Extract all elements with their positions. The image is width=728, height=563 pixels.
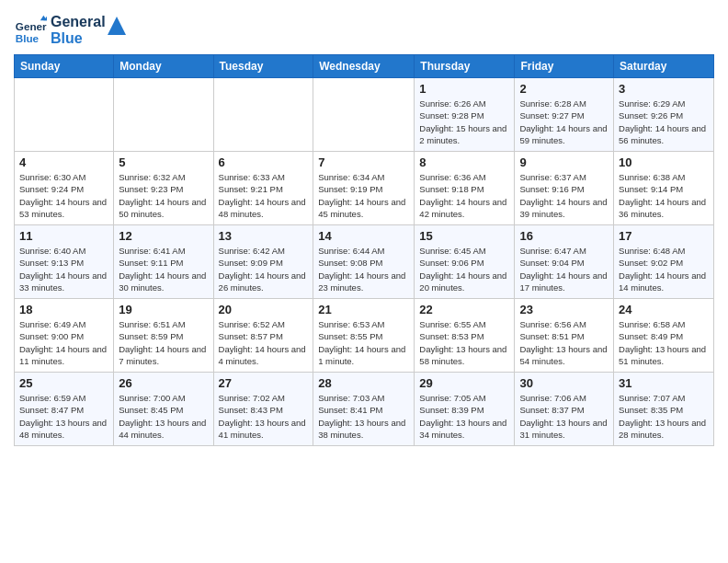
cell-day-number: 10 <box>619 155 709 169</box>
cell-day-number: 29 <box>419 376 509 390</box>
cell-sun-info: Sunrise: 6:38 AMSunset: 9:14 PMDaylight:… <box>619 171 709 220</box>
calendar-cell: 31Sunrise: 7:07 AMSunset: 8:35 PMDayligh… <box>614 373 714 446</box>
cell-day-number: 25 <box>19 376 108 390</box>
cell-day-number: 6 <box>219 155 309 169</box>
svg-text:General: General <box>16 20 47 32</box>
cell-day-number: 24 <box>619 303 709 316</box>
calendar-cell: 12Sunrise: 6:41 AMSunset: 9:11 PMDayligh… <box>114 225 213 299</box>
logo-icon: General Blue <box>14 14 47 47</box>
calendar-cell <box>15 78 114 152</box>
calendar-cell: 6Sunrise: 6:33 AMSunset: 9:21 PMDaylight… <box>213 152 313 225</box>
calendar-cell: 15Sunrise: 6:45 AMSunset: 9:06 PMDayligh… <box>415 225 515 299</box>
logo-text-general: General <box>51 14 106 30</box>
cell-day-number: 21 <box>318 303 409 316</box>
cell-day-number: 3 <box>619 82 709 96</box>
cell-day-number: 22 <box>419 303 509 316</box>
cell-sun-info: Sunrise: 6:51 AMSunset: 8:59 PMDaylight:… <box>119 318 208 367</box>
cell-day-number: 8 <box>419 155 509 169</box>
cell-day-number: 14 <box>318 229 409 243</box>
cell-day-number: 17 <box>619 229 709 243</box>
cell-sun-info: Sunrise: 6:42 AMSunset: 9:09 PMDaylight:… <box>219 245 309 293</box>
cell-sun-info: Sunrise: 6:52 AMSunset: 8:57 PMDaylight:… <box>219 318 309 367</box>
cell-day-number: 4 <box>19 155 108 169</box>
cell-sun-info: Sunrise: 6:48 AMSunset: 9:02 PMDaylight:… <box>619 245 709 293</box>
cell-day-number: 13 <box>219 229 309 243</box>
calendar-cell: 17Sunrise: 6:48 AMSunset: 9:02 PMDayligh… <box>614 225 714 299</box>
cell-sun-info: Sunrise: 6:58 AMSunset: 8:49 PMDaylight:… <box>619 318 709 367</box>
cell-sun-info: Sunrise: 6:53 AMSunset: 8:55 PMDaylight:… <box>318 318 409 367</box>
cell-sun-info: Sunrise: 6:26 AMSunset: 9:28 PMDaylight:… <box>419 98 509 146</box>
calendar-cell: 21Sunrise: 6:53 AMSunset: 8:55 PMDayligh… <box>313 299 415 373</box>
calendar-cell <box>114 78 213 152</box>
cell-sun-info: Sunrise: 6:32 AMSunset: 9:23 PMDaylight:… <box>119 171 208 220</box>
calendar-cell: 26Sunrise: 7:00 AMSunset: 8:45 PMDayligh… <box>114 373 213 446</box>
calendar-cell: 4Sunrise: 6:30 AMSunset: 9:24 PMDaylight… <box>15 152 114 225</box>
cell-sun-info: Sunrise: 6:47 AMSunset: 9:04 PMDaylight:… <box>519 245 609 293</box>
calendar-cell: 16Sunrise: 6:47 AMSunset: 9:04 PMDayligh… <box>515 225 614 299</box>
calendar-cell: 13Sunrise: 6:42 AMSunset: 9:09 PMDayligh… <box>213 225 313 299</box>
cell-sun-info: Sunrise: 6:36 AMSunset: 9:18 PMDaylight:… <box>419 171 509 220</box>
calendar-table: SundayMondayTuesdayWednesdayThursdayFrid… <box>14 54 714 446</box>
cell-day-number: 23 <box>519 303 609 316</box>
calendar-cell: 20Sunrise: 6:52 AMSunset: 8:57 PMDayligh… <box>213 299 313 373</box>
cell-sun-info: Sunrise: 6:40 AMSunset: 9:13 PMDaylight:… <box>19 245 108 293</box>
calendar-cell: 11Sunrise: 6:40 AMSunset: 9:13 PMDayligh… <box>15 225 114 299</box>
calendar-cell: 22Sunrise: 6:55 AMSunset: 8:53 PMDayligh… <box>415 299 515 373</box>
calendar-week-row: 1Sunrise: 6:26 AMSunset: 9:28 PMDaylight… <box>15 78 714 152</box>
cell-sun-info: Sunrise: 6:44 AMSunset: 9:08 PMDaylight:… <box>318 245 409 293</box>
cell-day-number: 20 <box>219 303 309 316</box>
cell-sun-info: Sunrise: 7:03 AMSunset: 8:41 PMDaylight:… <box>318 392 409 441</box>
calendar-page: General Blue General Blue SundayMondayTu… <box>0 0 728 460</box>
cell-sun-info: Sunrise: 6:55 AMSunset: 8:53 PMDaylight:… <box>419 318 509 367</box>
cell-sun-info: Sunrise: 6:45 AMSunset: 9:06 PMDaylight:… <box>419 245 509 293</box>
cell-day-number: 15 <box>419 229 509 243</box>
calendar-cell: 18Sunrise: 6:49 AMSunset: 9:00 PMDayligh… <box>15 299 114 373</box>
calendar-header-row: SundayMondayTuesdayWednesdayThursdayFrid… <box>15 55 714 78</box>
cell-sun-info: Sunrise: 6:33 AMSunset: 9:21 PMDaylight:… <box>219 171 309 220</box>
calendar-cell: 10Sunrise: 6:38 AMSunset: 9:14 PMDayligh… <box>614 152 714 225</box>
cell-day-number: 26 <box>119 376 208 390</box>
calendar-cell: 30Sunrise: 7:06 AMSunset: 8:37 PMDayligh… <box>515 373 614 446</box>
svg-marker-4 <box>108 17 126 35</box>
cell-day-number: 16 <box>519 229 609 243</box>
calendar-week-row: 25Sunrise: 6:59 AMSunset: 8:47 PMDayligh… <box>15 373 714 446</box>
cell-day-number: 9 <box>519 155 609 169</box>
calendar-cell: 28Sunrise: 7:03 AMSunset: 8:41 PMDayligh… <box>313 373 415 446</box>
logo-triangle <box>108 17 126 35</box>
page-header: General Blue General Blue <box>14 9 714 47</box>
cell-day-number: 1 <box>419 82 509 96</box>
logo: General Blue General Blue <box>14 14 126 47</box>
column-header-thursday: Thursday <box>415 55 515 78</box>
cell-day-number: 11 <box>19 229 108 243</box>
column-header-tuesday: Tuesday <box>213 55 313 78</box>
cell-sun-info: Sunrise: 7:07 AMSunset: 8:35 PMDaylight:… <box>619 392 709 441</box>
cell-sun-info: Sunrise: 7:02 AMSunset: 8:43 PMDaylight:… <box>219 392 309 441</box>
cell-day-number: 5 <box>119 155 208 169</box>
cell-sun-info: Sunrise: 7:00 AMSunset: 8:45 PMDaylight:… <box>119 392 208 441</box>
cell-sun-info: Sunrise: 6:30 AMSunset: 9:24 PMDaylight:… <box>19 171 108 220</box>
column-header-wednesday: Wednesday <box>313 55 415 78</box>
cell-day-number: 30 <box>519 376 609 390</box>
calendar-cell: 2Sunrise: 6:28 AMSunset: 9:27 PMDaylight… <box>515 78 614 152</box>
cell-sun-info: Sunrise: 6:56 AMSunset: 8:51 PMDaylight:… <box>519 318 609 367</box>
cell-day-number: 31 <box>619 376 709 390</box>
calendar-cell: 23Sunrise: 6:56 AMSunset: 8:51 PMDayligh… <box>515 299 614 373</box>
cell-day-number: 18 <box>19 303 108 316</box>
cell-sun-info: Sunrise: 7:05 AMSunset: 8:39 PMDaylight:… <box>419 392 509 441</box>
calendar-cell: 29Sunrise: 7:05 AMSunset: 8:39 PMDayligh… <box>415 373 515 446</box>
cell-day-number: 2 <box>519 82 609 96</box>
column-header-monday: Monday <box>114 55 213 78</box>
svg-text:Blue: Blue <box>16 32 40 44</box>
calendar-cell: 1Sunrise: 6:26 AMSunset: 9:28 PMDaylight… <box>415 78 515 152</box>
cell-day-number: 7 <box>318 155 409 169</box>
column-header-sunday: Sunday <box>15 55 114 78</box>
calendar-cell: 3Sunrise: 6:29 AMSunset: 9:26 PMDaylight… <box>614 78 714 152</box>
calendar-cell: 14Sunrise: 6:44 AMSunset: 9:08 PMDayligh… <box>313 225 415 299</box>
calendar-cell: 8Sunrise: 6:36 AMSunset: 9:18 PMDaylight… <box>415 152 515 225</box>
cell-day-number: 19 <box>119 303 208 316</box>
calendar-cell: 7Sunrise: 6:34 AMSunset: 9:19 PMDaylight… <box>313 152 415 225</box>
cell-day-number: 12 <box>119 229 208 243</box>
cell-day-number: 28 <box>318 376 409 390</box>
cell-day-number: 27 <box>219 376 309 390</box>
calendar-week-row: 11Sunrise: 6:40 AMSunset: 9:13 PMDayligh… <box>15 225 714 299</box>
